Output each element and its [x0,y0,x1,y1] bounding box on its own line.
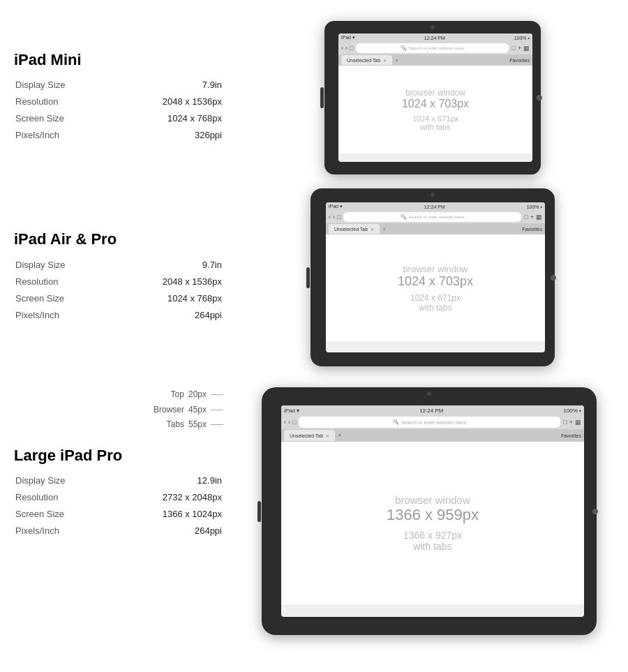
mini-nav-icons: ‹ › □ [341,45,353,52]
air-ipad-frame: iPad ▾ 12:24 PM 100% ▪ ‹ › □ 🔍 [311,188,555,366]
bookmarks-icon[interactable]: □ [350,45,353,52]
spec-value: 2048 x 1536px [94,274,222,290]
air-tab-bar: Unselected Tab ✕ + Favorites [326,223,545,234]
large-nav-icons: ‹ › □ [284,419,296,426]
spec-value: 1024 x 768px [94,291,222,306]
bookmarks-icon[interactable]: □ [292,419,296,426]
ann-browser-value: 45px [188,403,207,418]
air-screen: iPad ▾ 12:24 PM 100% ▪ ‹ › □ 🔍 [326,202,545,352]
bookmarks-icon[interactable]: □ [337,214,341,221]
air-status-right: 100% ▪ [527,204,542,209]
large-ipad-frame: iPad ▾ 12:24 PM 100% ▪ ‹ › □ 🔍 [262,387,597,635]
back-icon[interactable]: ‹ [284,419,286,426]
back-icon[interactable]: ‹ [329,214,331,221]
new-tab-icon[interactable]: + [530,214,534,221]
new-tab-icon[interactable]: + [569,419,573,426]
large-status-time: 12:24 PM [419,408,443,414]
mini-browser-chrome: iPad ▾ 12:24 PM 100% ▪ ‹ › □ 🔍 [338,33,532,66]
spec-value: 1024 x 768px [94,111,222,126]
air-action-icons: □ + ▦ [524,214,542,221]
tabs-icon[interactable]: ▦ [523,45,530,52]
large-browser-topbar: ‹ › □ 🔍 Search or enter website name □ + [281,415,584,429]
new-tab-icon[interactable]: + [518,45,521,52]
mini-tab-bar: Unselected Tab ✕ + Favorites [338,54,532,66]
annotation-browser: Browser 45px [14,403,223,418]
large-home-button [592,509,598,514]
air-nav-icons: ‹ › □ [329,214,341,221]
tab-close-icon[interactable]: ✕ [371,227,374,232]
air-browser-chrome: iPad ▾ 12:24 PM 100% ▪ ‹ › □ 🔍 [326,202,545,234]
spec-label: Display Size [15,77,92,93]
mini-status-left: iPad ▾ [341,35,355,40]
forward-icon[interactable]: › [333,214,335,221]
spec-row: Screen Size 1024 x 768px [15,291,222,306]
air-browser-content: browser window 1024 x 703px 1024 x 671px… [326,234,545,341]
forward-icon[interactable]: › [288,419,290,426]
tabs-icon[interactable]: ▦ [575,419,581,426]
air-status-bar: iPad ▾ 12:24 PM 100% ▪ [326,202,545,211]
large-action-icons: □ + ▦ [563,419,581,426]
spec-row: Display Size 12.9in [15,473,222,488]
share-icon[interactable]: □ [524,214,528,221]
annotation-top: Top 20px [14,387,223,403]
share-icon[interactable]: □ [511,45,515,52]
ann-top-label: Top [171,387,184,403]
air-title: iPad Air & Pro [14,230,223,248]
air-home-button [551,275,556,281]
mini-action-icons: □ + ▦ [511,45,530,52]
air-specs-panel: iPad Air & Pro Display Size 9.7in Resolu… [0,230,237,324]
mini-specs-panel: iPad Mini Display Size 7.9in Resolution … [0,51,237,145]
air-window-dim: 1024 x 703px [398,274,473,289]
spec-row: Pixels/Inch 326ppi [15,128,222,143]
mini-status-bar: iPad ▾ 12:24 PM 100% ▪ [338,33,532,42]
large-window-label: browser window [395,494,470,506]
mini-unselected-tab[interactable]: Unselected Tab ✕ [341,55,392,65]
tab-close-icon[interactable]: ✕ [383,58,387,63]
mini-status-right: 100% ▪ [514,36,530,40]
large-ipad-section: Top 20px Browser 45px Tabs 55px Large iP… [0,387,628,635]
mini-window-sub: 1024 x 671pxwith tabs [412,114,458,131]
search-icon: 🔍 [401,45,407,51]
mini-frame-wrapper: iPad ▾ 12:24 PM 100% ▪ ‹ › □ 🔍 [237,21,628,174]
spec-value: 2732 x 2048px [94,490,222,505]
spec-label: Display Size [15,257,92,273]
spec-row: Resolution 2048 x 1536px [15,274,222,290]
air-url-bar[interactable]: 🔍 Search or enter website name [343,212,521,222]
air-tab-label: Unselected Tab [334,227,368,232]
large-tab-label: Unselected Tab [290,433,323,438]
spec-value: 2048 x 1536px [94,94,222,110]
mini-url-bar[interactable]: 🔍 Search or enter website name [356,43,509,53]
large-annotations-area: Top 20px Browser 45px Tabs 55px [14,387,223,433]
spec-row: Display Size 9.7in [15,257,222,273]
mini-tab-plus[interactable]: + [395,57,398,64]
large-unselected-tab[interactable]: Unselected Tab ✕ [284,430,335,441]
large-specs-table: Display Size 12.9in Resolution 2732 x 20… [14,472,223,540]
spec-row: Resolution 2048 x 1536px [15,94,222,110]
spec-row: Display Size 7.9in [15,77,222,93]
large-tab-plus[interactable]: + [338,432,341,439]
ipad-air-section: iPad Air & Pro Display Size 9.7in Resolu… [0,188,628,366]
air-frame-wrapper: iPad ▾ 12:24 PM 100% ▪ ‹ › □ 🔍 [237,188,628,366]
large-tab-bar: Unselected Tab ✕ + Favorites [281,429,584,442]
large-window-sub: 1366 x 927pxwith tabs [403,530,462,552]
tab-close-icon[interactable]: ✕ [326,433,329,438]
air-window-label: browser window [403,264,468,274]
back-icon[interactable]: ‹ [341,45,343,52]
large-status-left: iPad ▾ [284,408,299,414]
large-url-bar[interactable]: 🔍 Search or enter website name [299,417,560,428]
air-status-time: 12:24 PM [424,204,445,209]
air-specs-table: Display Size 9.7in Resolution 2048 x 153… [14,256,223,324]
mini-tab-label: Unselected Tab [347,58,380,63]
spec-label: Resolution [15,94,92,110]
air-unselected-tab[interactable]: Unselected Tab ✕ [329,224,380,234]
large-status-right: 100% ▪ [563,408,581,414]
mini-specs-table: Display Size 7.9in Resolution 2048 x 153… [14,76,223,144]
forward-icon[interactable]: › [345,45,347,52]
mini-home-button [537,95,542,100]
tabs-icon[interactable]: ▦ [536,214,542,221]
air-tab-plus[interactable]: + [382,226,386,232]
mini-status-time: 12:24 PM [424,36,445,40]
spec-label: Pixels/Inch [15,523,92,539]
mini-title: iPad Mini [14,51,223,69]
share-icon[interactable]: □ [563,419,567,426]
